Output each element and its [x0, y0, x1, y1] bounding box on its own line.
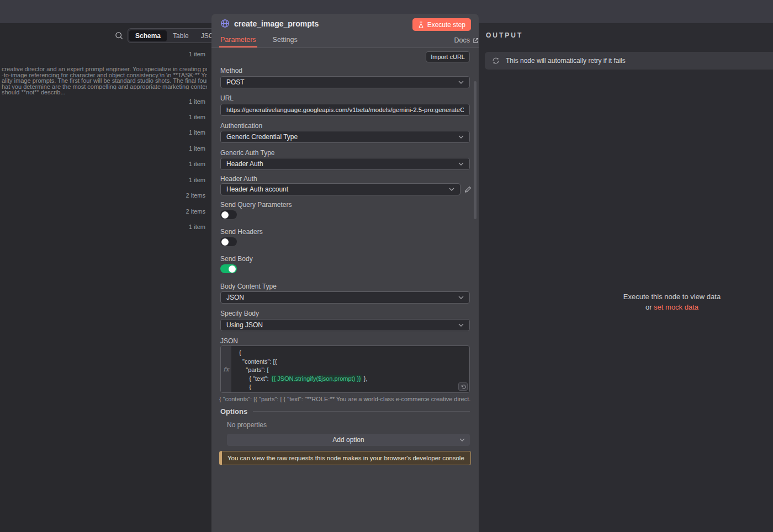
execute-step-label: Execute step	[427, 21, 465, 29]
search-icon[interactable]	[115, 31, 124, 40]
http-node-globe-icon	[220, 19, 230, 28]
method-label: Method	[220, 67, 242, 75]
code-line: "parts": [	[239, 366, 469, 375]
json-code[interactable]: { "contents": [{ "parts": [ { "text": {{…	[231, 346, 469, 392]
code-line: {	[239, 349, 469, 358]
scrollbar-thumb[interactable]	[474, 81, 476, 219]
code-line: { "text": {{ JSON.stringify($json.prompt…	[239, 375, 469, 384]
specify-body-value: Using JSON	[226, 321, 458, 329]
header-auth-label: Header Auth	[220, 175, 257, 183]
send-query-parameters-label: Send Query Parameters	[220, 201, 292, 209]
item-count: 1 item	[189, 98, 205, 105]
edit-credential-pencil-icon[interactable]	[464, 186, 472, 193]
preview-line: should **not** describ...	[2, 89, 207, 95]
output-panel-title: OUTPUT	[486, 31, 523, 39]
output-empty-state: Execute this node to view data or set mo…	[479, 291, 773, 312]
parameters-pane: Import cURL Method POST URL Authenticati…	[211, 48, 479, 532]
toggle-knob	[221, 238, 229, 246]
preview-line: ality image prompts. The first four will…	[2, 78, 207, 84]
preview-line: creative director and an expert prompt e…	[2, 66, 207, 72]
docs-link[interactable]: Docs	[454, 36, 479, 44]
node-header: create_image_prompts Execute step Parame…	[211, 14, 479, 48]
body-content-type-select[interactable]: JSON	[220, 291, 470, 304]
import-curl-button[interactable]: Import cURL	[426, 51, 470, 62]
chevron-down-icon	[458, 323, 464, 327]
retry-banner-text: This node will automatically retry if it…	[506, 57, 626, 65]
item-count: 2 items	[186, 208, 205, 215]
item-count: 1 item	[189, 145, 205, 152]
chevron-down-icon	[449, 188, 454, 191]
preview-line: hat you determine are the most compellin…	[2, 84, 207, 90]
add-option-label: Add option	[332, 436, 364, 444]
chevron-down-icon	[459, 438, 465, 441]
execute-step-button[interactable]: Execute step	[412, 18, 471, 31]
specify-body-select[interactable]: Using JSON	[220, 319, 470, 331]
authentication-value: Generic Credential Type	[226, 133, 458, 141]
options-section-header: Options	[220, 407, 470, 416]
expression-token: {{ JSON.stringify($json.prompt) }}	[271, 375, 362, 382]
item-count: 1 item	[189, 161, 205, 167]
tab-table[interactable]: Table	[167, 30, 195, 41]
ndv-modal: Schema Table JSON 1 item creative direct…	[0, 0, 773, 532]
item-count: 2 items	[186, 192, 205, 199]
toggle-knob	[229, 265, 236, 273]
url-label: URL	[220, 94, 234, 102]
authentication-select[interactable]: Generic Credential Type	[220, 131, 470, 143]
generic-auth-type-select[interactable]: Header Auth	[220, 158, 470, 170]
body-content-type-value: JSON	[226, 294, 458, 301]
json-evaluated-preview: { "contents": [{ "parts": [ { "text": "*…	[219, 396, 471, 402]
undo-icon	[460, 384, 466, 390]
header-auth-credential-select[interactable]: Header Auth account	[220, 183, 460, 195]
options-empty-text: No properties	[227, 421, 267, 429]
set-mock-data-link[interactable]: set mock data	[654, 303, 698, 311]
node-title: create_image_prompts	[234, 19, 319, 28]
empty-state-line1: Execute this node to view data	[479, 291, 773, 302]
chevron-down-icon	[458, 81, 464, 84]
item-count: 1 item	[189, 177, 205, 183]
tab-schema[interactable]: Schema	[129, 30, 167, 41]
node-settings-card: create_image_prompts Execute step Parame…	[211, 14, 479, 532]
external-link-icon	[473, 38, 479, 44]
toggle-knob	[221, 211, 229, 219]
url-input[interactable]	[220, 104, 470, 116]
item-count: 1 item	[189, 224, 205, 230]
expression-fx-gutter: fx	[221, 346, 231, 392]
tab-settings[interactable]: Settings	[273, 32, 298, 47]
specify-body-label: Specify Body	[220, 310, 259, 317]
empty-state-line2: or set mock data	[479, 302, 773, 312]
send-headers-label: Send Headers	[220, 228, 263, 236]
preview-line: -to-image referencing for character and …	[2, 72, 207, 78]
tab-parameters[interactable]: Parameters	[220, 32, 256, 47]
docs-label: Docs	[454, 36, 470, 44]
chevron-down-icon	[458, 162, 464, 166]
chevron-down-icon	[458, 296, 464, 299]
json-body-editor[interactable]: fx { "contents": [{ "parts": [ { "text":…	[220, 345, 470, 393]
options-label: Options	[220, 407, 247, 416]
code-line: "inline_data": {	[239, 392, 469, 393]
send-query-parameters-toggle[interactable]	[220, 210, 237, 219]
chevron-down-icon	[458, 135, 464, 139]
code-line: {	[239, 383, 469, 392]
body-content-type-label: Body Content Type	[220, 283, 277, 290]
json-body-label: JSON	[220, 337, 238, 345]
code-line: "contents": [{	[239, 358, 469, 366]
header-auth-value: Header Auth account	[226, 185, 449, 193]
schema-text-preview: creative director and an expert prompt e…	[2, 66, 207, 95]
output-panel: OUTPUT This node will automatically retr…	[479, 23, 773, 532]
flask-icon	[418, 22, 424, 28]
method-select[interactable]: POST	[220, 76, 470, 88]
add-option-button[interactable]: Add option	[227, 434, 470, 446]
send-body-toggle[interactable]	[220, 264, 237, 273]
retry-banner: This node will automatically retry if it…	[485, 52, 773, 70]
options-divider	[253, 411, 470, 412]
item-count: 1 item	[189, 51, 205, 57]
send-body-label: Send Body	[220, 255, 253, 263]
input-panel: Schema Table JSON 1 item creative direct…	[0, 23, 211, 532]
raw-requests-notice: You can view the raw requests this node …	[219, 451, 471, 465]
send-headers-toggle[interactable]	[220, 237, 237, 246]
authentication-label: Authentication	[220, 122, 262, 130]
generic-auth-type-label: Generic Auth Type	[220, 149, 275, 157]
generic-auth-type-value: Header Auth	[226, 160, 458, 168]
editor-expand-button[interactable]	[458, 382, 468, 391]
retry-icon	[492, 57, 500, 65]
